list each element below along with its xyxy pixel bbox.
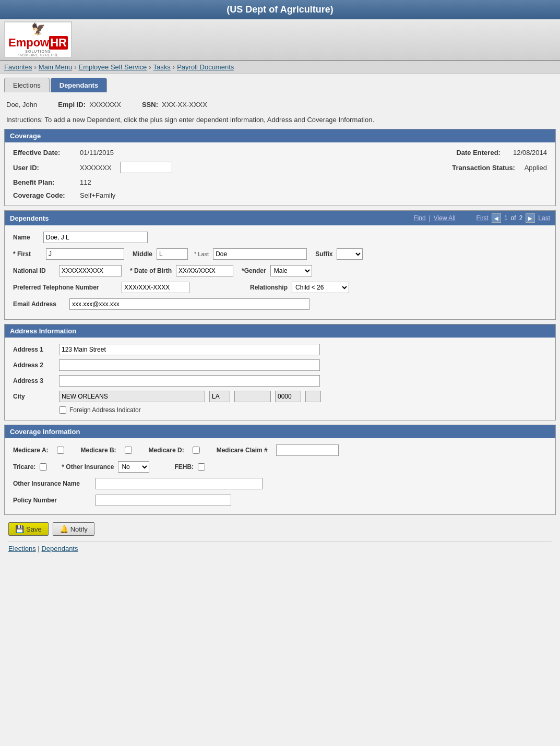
tricare-checkbox[interactable]: [40, 463, 47, 471]
relationship-select[interactable]: Child < 26 Spouse Domestic Partner: [292, 282, 349, 293]
city-row: City: [13, 391, 547, 402]
logo-box: 🦅 Empow HR SOLUTIONS FROM HIRE TO RETIRE: [4, 21, 72, 58]
nav-ess[interactable]: Employee Self Service: [78, 63, 147, 71]
address-panel-body: Address 1 Address 2 Address 3 City: [5, 338, 555, 420]
other-insurance-name-input[interactable]: [96, 478, 263, 489]
foreign-address-label: Foreign Address Indicator: [69, 406, 141, 414]
user-id-input[interactable]: [120, 162, 172, 173]
benefit-plan-label: Benefit Plan:: [13, 178, 76, 186]
city-input[interactable]: [59, 391, 205, 402]
nav-favorites[interactable]: Favorites: [4, 63, 32, 71]
main-content: Doe, John Empl ID: XXXXXXX SSN: XXX-XX-X…: [0, 92, 560, 566]
effective-date-value: 01/11/2015: [80, 149, 142, 157]
medicare-a-label: Medicare A:: [13, 447, 49, 454]
phone-label: Preferred Telephone Number: [13, 284, 117, 291]
zip-input[interactable]: [234, 391, 271, 402]
nav-main-menu[interactable]: Main Menu: [39, 63, 72, 71]
dep-first-input[interactable]: [46, 248, 124, 260]
nav-sep-4: ›: [173, 63, 175, 71]
nav-divider-1: |: [429, 214, 431, 222]
other-insurance-name-label: Other Insurance Name: [13, 480, 91, 487]
dep-name-input[interactable]: [43, 232, 148, 243]
save-button[interactable]: 💾 Save: [8, 522, 49, 536]
gender-select[interactable]: Male Female: [270, 265, 312, 276]
tabs-row: Elections Dependants: [0, 74, 560, 92]
tab-dependants[interactable]: Dependants: [51, 78, 107, 92]
coverage-panel-header: Coverage: [5, 129, 555, 142]
zip2-input[interactable]: [275, 391, 301, 402]
dep-phone-rel-row: Preferred Telephone Number Relationship …: [13, 282, 547, 293]
last-link[interactable]: Last: [538, 214, 550, 222]
dob-label: * Date of Birth: [130, 267, 172, 274]
nav-sep-1: ›: [34, 63, 36, 71]
save-label: Save: [26, 525, 42, 533]
date-entered-label: Date Entered:: [448, 149, 501, 157]
medicare-claim-input[interactable]: [276, 444, 339, 456]
national-id-input[interactable]: [59, 265, 122, 276]
medicare-b-checkbox[interactable]: [125, 447, 132, 454]
logo-hr: HR: [49, 36, 68, 50]
dep-last-input[interactable]: [213, 248, 307, 260]
address3-input[interactable]: [59, 375, 320, 387]
dob-input[interactable]: [176, 265, 233, 276]
dependents-header: Dependents Find | View All First ◀ 1 of …: [5, 211, 555, 225]
employee-name: Doe, John: [6, 101, 37, 109]
employee-info: Doe, John Empl ID: XXXXXXX SSN: XXX-XX-X…: [4, 97, 556, 113]
tab-elections[interactable]: Elections: [4, 78, 50, 92]
email-input[interactable]: [69, 298, 309, 310]
address3-row: Address 3: [13, 375, 547, 387]
policy-number-input[interactable]: [96, 495, 231, 506]
address1-input[interactable]: [59, 344, 320, 355]
country-input[interactable]: [305, 391, 321, 402]
national-id-label: National ID: [13, 267, 55, 274]
date-entered-value: 12/08/2014: [513, 149, 547, 157]
gender-label: *Gender: [242, 267, 266, 274]
notify-button[interactable]: 🔔 Notify: [53, 522, 94, 536]
dep-middle-input[interactable]: [157, 248, 188, 260]
dep-form: Name * First Middle * Last Suffix Nation…: [5, 225, 555, 319]
bottom-dependants-link[interactable]: Dependants: [41, 545, 78, 552]
breadcrumb: Favorites › Main Menu › Employee Self Se…: [0, 61, 560, 74]
view-all-link[interactable]: View All: [434, 214, 456, 222]
dep-suffix-label: Suffix: [315, 250, 332, 258]
empl-id-label: Empl ID:: [58, 101, 86, 109]
dependents-panel: Dependents Find | View All First ◀ 1 of …: [4, 210, 556, 320]
medicare-d-checkbox[interactable]: [193, 447, 200, 454]
other-insurance-select[interactable]: No Yes: [118, 461, 149, 473]
medicare-claim-label: Medicare Claim #: [217, 447, 268, 454]
dependents-nav: Find | View All First ◀ 1 of 2 ▶ Last: [413, 213, 550, 223]
next-page-button[interactable]: ▶: [526, 213, 535, 223]
of-label: of: [511, 214, 516, 222]
logo-area: 🦅 Empow HR SOLUTIONS FROM HIRE TO RETIRE: [4, 21, 72, 58]
medicare-b-label: Medicare B:: [81, 447, 116, 454]
address2-input[interactable]: [59, 359, 320, 371]
medicare-a-checkbox[interactable]: [57, 447, 64, 454]
prev-page-button[interactable]: ◀: [492, 213, 501, 223]
header-title: (US Dept of Agriculture): [227, 4, 333, 15]
email-label: Email Address: [13, 300, 65, 308]
nav-payroll-docs[interactable]: Payroll Documents: [177, 63, 234, 71]
city-label: City: [13, 393, 55, 400]
fehb-checkbox[interactable]: [198, 463, 205, 471]
relationship-label: Relationship: [250, 284, 288, 291]
find-link[interactable]: Find: [413, 214, 425, 222]
coverage-info-panel: Coverage Information Medicare A: Medicar…: [4, 425, 556, 515]
phone-input[interactable]: [122, 282, 189, 293]
save-icon: 💾: [15, 525, 24, 533]
empl-id-block: Empl ID: XXXXXXX: [58, 101, 121, 109]
bottom-elections-link[interactable]: Elections: [8, 545, 36, 552]
first-link[interactable]: First: [476, 214, 488, 222]
cov-row-3: Other Insurance Name: [13, 478, 547, 489]
user-id-label: User ID:: [13, 164, 76, 172]
foreign-address-checkbox[interactable]: [59, 406, 66, 414]
coverage-row-4: Coverage Code: Self+Family: [13, 191, 547, 199]
dep-id-row: National ID * Date of Birth *Gender Male…: [13, 265, 547, 276]
ssn-label: SSN:: [142, 101, 158, 109]
nav-sep-2: ›: [74, 63, 76, 71]
dep-suffix-select[interactable]: [337, 248, 363, 260]
policy-number-label: Policy Number: [13, 497, 91, 504]
nav-tasks[interactable]: Tasks: [153, 63, 171, 71]
tricare-label: Tricare:: [13, 463, 35, 471]
state-input[interactable]: [209, 391, 230, 402]
dependents-title[interactable]: Dependents: [10, 214, 49, 222]
